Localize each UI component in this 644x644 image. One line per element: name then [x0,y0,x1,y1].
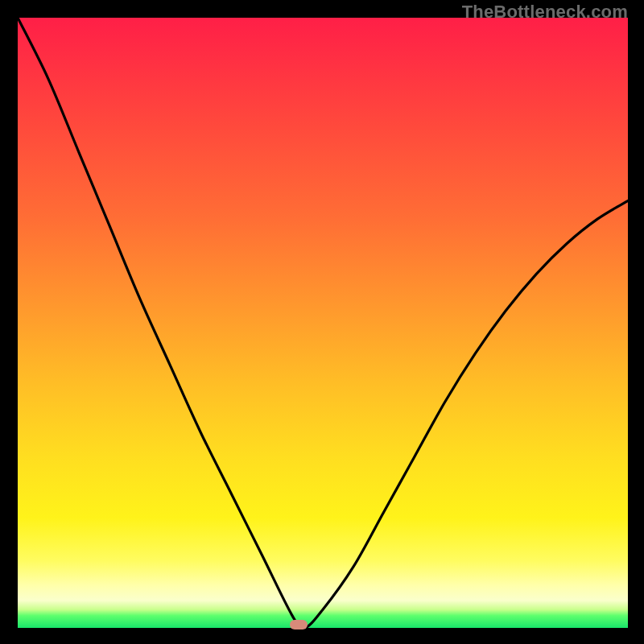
bottleneck-curve [18,18,628,628]
plot-area [18,18,628,628]
chart-container: TheBottleneck.com [0,0,644,644]
minimum-marker [290,620,308,630]
